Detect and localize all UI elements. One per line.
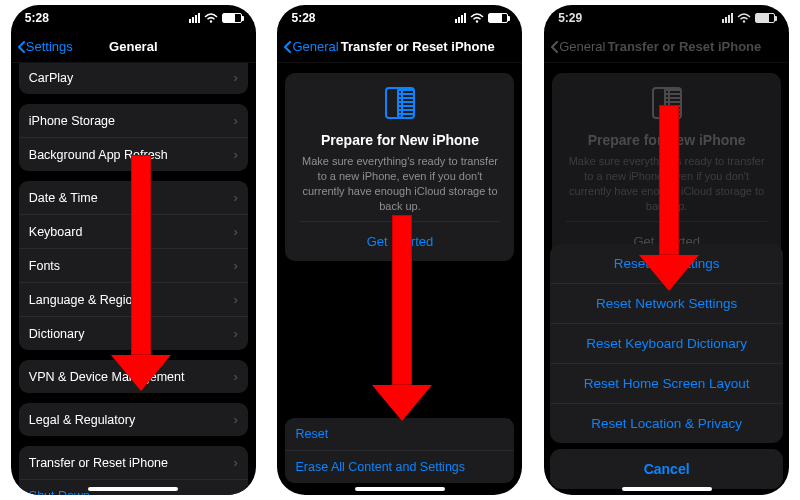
group-legal: Legal & Regulatory› — [19, 403, 248, 436]
cellular-icon — [455, 13, 466, 23]
row-label: Dictionary — [29, 327, 85, 341]
wifi-icon — [470, 13, 484, 23]
row-keyboard[interactable]: Keyboard› — [19, 215, 248, 249]
back-button[interactable]: Settings — [17, 39, 73, 54]
row-label: CarPlay — [29, 71, 73, 85]
row-label: Background App Refresh — [29, 148, 168, 162]
row-reset[interactable]: Reset — [285, 418, 514, 451]
sheet-cancel-button[interactable]: Cancel — [550, 449, 783, 489]
row-label: Legal & Regulatory — [29, 413, 135, 427]
opt-reset-home-screen[interactable]: Reset Home Screen Layout — [550, 364, 783, 404]
row-transfer-reset[interactable]: Transfer or Reset iPhone› — [19, 446, 248, 480]
cellular-icon — [189, 13, 200, 23]
chevron-right-icon: › — [233, 326, 237, 341]
row-label: iPhone Storage — [29, 114, 115, 128]
opt-reset-location-privacy[interactable]: Reset Location & Privacy — [550, 404, 783, 443]
chevron-right-icon: › — [233, 70, 237, 85]
row-fonts[interactable]: Fonts› — [19, 249, 248, 283]
row-dictionary[interactable]: Dictionary› — [19, 317, 248, 350]
row-vpn[interactable]: VPN & Device Management› — [19, 360, 248, 393]
status-time: 5:28 — [25, 11, 49, 25]
row-label: Transfer or Reset iPhone — [29, 456, 168, 470]
row-label: Shut Down — [29, 489, 90, 495]
status-bar: 5:28 — [277, 5, 522, 31]
chevron-right-icon: › — [233, 113, 237, 128]
status-indicators — [189, 13, 242, 23]
row-iphone-storage[interactable]: iPhone Storage› — [19, 104, 248, 138]
phone-transfer-reset: 5:28 General Transfer or Reset iPhone Pr… — [277, 5, 522, 495]
group-actions: Reset Erase All Content and Settings — [285, 418, 514, 483]
group-locale: Date & Time› Keyboard› Fonts› Language &… — [19, 181, 248, 350]
chevron-left-icon — [17, 41, 25, 53]
wifi-icon — [204, 13, 218, 23]
phone-reset-sheet: 5:29 General Transfer or Reset iPhone Pr… — [544, 5, 789, 495]
transfer-content: Prepare for New iPhone Make sure everyth… — [277, 63, 522, 495]
home-indicator[interactable] — [88, 487, 178, 491]
opt-reset-keyboard-dictionary[interactable]: Reset Keyboard Dictionary — [550, 324, 783, 364]
row-label: Erase All Content and Settings — [295, 460, 465, 474]
devices-icon — [299, 87, 500, 122]
chevron-right-icon: › — [233, 224, 237, 239]
row-language-region[interactable]: Language & Region› — [19, 283, 248, 317]
chevron-right-icon: › — [233, 292, 237, 307]
row-label: Fonts — [29, 259, 60, 273]
card-title: Prepare for New iPhone — [299, 132, 500, 148]
status-time: 5:28 — [291, 11, 315, 25]
home-indicator[interactable] — [622, 487, 712, 491]
settings-scroll[interactable]: CarPlay› iPhone Storage› Background App … — [11, 63, 256, 495]
chevron-right-icon: › — [233, 258, 237, 273]
chevron-right-icon: › — [233, 369, 237, 384]
row-carplay[interactable]: CarPlay› — [19, 63, 248, 94]
status-indicators — [455, 13, 508, 23]
row-label: Date & Time — [29, 191, 98, 205]
back-label: General — [292, 39, 338, 54]
back-button[interactable]: General — [283, 39, 338, 54]
row-label: VPN & Device Management — [29, 370, 185, 384]
row-date-time[interactable]: Date & Time› — [19, 181, 248, 215]
chevron-right-icon: › — [233, 455, 237, 470]
opt-reset-all-settings[interactable]: Reset All Settings — [550, 244, 783, 284]
row-label: Reset — [295, 427, 328, 441]
battery-icon — [222, 13, 242, 23]
back-label: Settings — [26, 39, 73, 54]
reset-action-sheet: Reset All Settings Reset Network Setting… — [550, 244, 783, 489]
nav-bar: General Transfer or Reset iPhone — [277, 31, 522, 63]
group-vpn: VPN & Device Management› — [19, 360, 248, 393]
opt-reset-network-settings[interactable]: Reset Network Settings — [550, 284, 783, 324]
row-label: Keyboard — [29, 225, 83, 239]
get-started-button[interactable]: Get Started — [299, 221, 500, 261]
chevron-left-icon — [283, 41, 291, 53]
home-indicator[interactable] — [355, 487, 445, 491]
row-erase-all[interactable]: Erase All Content and Settings — [285, 451, 514, 483]
group-storage: iPhone Storage› Background App Refresh› — [19, 104, 248, 171]
chevron-right-icon: › — [233, 147, 237, 162]
battery-icon — [488, 13, 508, 23]
sheet-options: Reset All Settings Reset Network Setting… — [550, 244, 783, 443]
row-background-refresh[interactable]: Background App Refresh› — [19, 138, 248, 171]
nav-bar: Settings General — [11, 31, 256, 63]
status-bar: 5:28 — [11, 5, 256, 31]
prepare-card: Prepare for New iPhone Make sure everyth… — [285, 73, 514, 261]
group-carplay: CarPlay› — [19, 63, 248, 94]
phone-general-settings: 5:28 Settings General CarPlay› iPhone St… — [11, 5, 256, 495]
chevron-left-icon — [550, 41, 558, 53]
row-label: Language & Region — [29, 293, 140, 307]
card-body: Make sure everything's ready to transfer… — [299, 154, 500, 213]
back-button: General — [550, 39, 605, 54]
chevron-right-icon: › — [233, 412, 237, 427]
nav-title: Transfer or Reset iPhone — [341, 39, 495, 54]
back-label: General — [559, 39, 605, 54]
chevron-right-icon: › — [233, 190, 237, 205]
row-legal[interactable]: Legal & Regulatory› — [19, 403, 248, 436]
